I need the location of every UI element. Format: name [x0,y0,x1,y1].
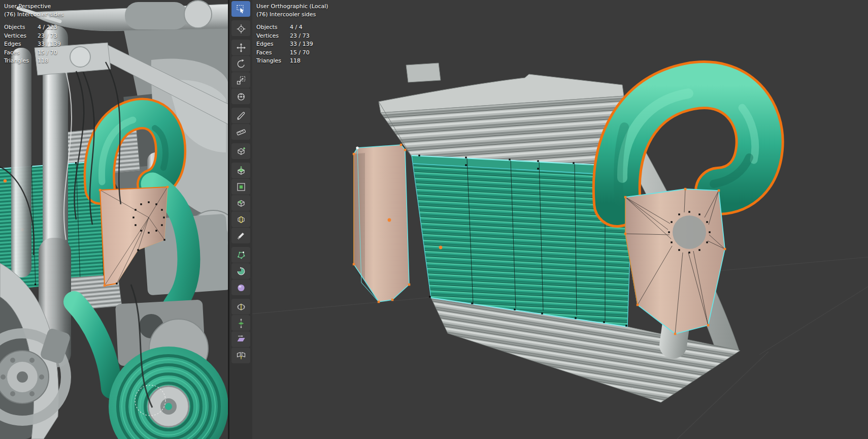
stat-label: Triangles [256,57,285,66]
stat-label: Vertices [256,32,285,41]
stat-value: 118 [38,57,61,66]
move-icon [236,43,246,53]
stats-overlay-left: Objects4 / 223 Vertices23 / 73 Edges33 /… [4,23,61,66]
viewport-header-right: User Orthographic (Local) (76) Intercool… [256,3,328,19]
transform-icon [236,91,246,102]
collection-label: (76) Intercooler sides [4,11,63,19]
shear-icon [236,334,246,344]
tool-measure[interactable] [231,124,250,140]
stat-value: 15 / 70 [38,49,61,57]
view-label: User Perspective [4,3,63,11]
select-box-icon [236,4,246,14]
scale-icon [236,75,246,85]
knife-icon [236,231,246,241]
stat-value: 15 / 70 [290,49,313,57]
stat-value: 118 [290,57,313,66]
tool-shrink-fatten[interactable] [231,315,250,331]
stat-label: Edges [256,40,285,49]
smooth-icon [236,283,246,293]
stat-value: 23 / 73 [290,32,313,41]
tool-rip-region[interactable] [231,348,250,363]
tool-edge-slide[interactable] [231,299,250,315]
annotate-icon [236,111,246,121]
cursor-icon [236,23,246,34]
rotate-icon [236,59,246,69]
tool-shear[interactable] [231,331,250,347]
viewport-header-left: User Perspective (76) Intercooler sides [4,3,63,19]
collection-label: (76) Intercooler sides [256,11,328,19]
edge-slide-icon [236,302,246,312]
spin-icon [236,266,246,276]
viewport-right[interactable] [228,0,868,439]
tool-rotate[interactable] [231,56,250,72]
inset-faces-icon [236,182,246,192]
tool-add-cube[interactable] [231,143,250,159]
stat-label: Faces [4,49,32,57]
tool-select-box[interactable] [231,1,250,17]
tool-smooth[interactable] [231,279,250,295]
stat-label: Vertices [4,32,32,41]
stat-label: Objects [256,23,285,32]
poly-build-icon [236,250,246,260]
tool-transform[interactable] [231,88,250,104]
stat-label: Edges [4,40,32,49]
tool-annotate[interactable] [231,108,250,123]
tool-spin[interactable] [231,263,250,279]
loop-cut-icon [236,214,246,225]
tool-3d-cursor[interactable] [231,20,250,36]
bevel-icon [236,198,246,208]
stat-value: 33 / 139 [290,40,313,49]
view-label: User Orthographic (Local) [256,3,328,11]
viewport-left[interactable] [0,0,228,439]
tool-loop-cut[interactable] [231,211,250,227]
right-viewport-canvas[interactable] [228,0,868,439]
shrink-fatten-icon [236,318,246,328]
tool-inset-faces[interactable] [231,179,250,195]
intercooler-side-box[interactable] [353,144,411,303]
tool-scale[interactable] [231,72,250,88]
add-cube-icon [236,146,246,156]
tool-bevel[interactable] [231,195,250,211]
stat-value: 33 / 139 [38,40,61,49]
stat-value: 23 / 73 [38,32,61,41]
active-vertex [356,146,358,149]
edit-mode-toolbar [231,1,251,364]
stats-overlay-right: Objects4 / 4 Vertices23 / 73 Edges33 / 1… [256,23,313,66]
stat-label: Objects [4,23,32,32]
stat-value: 4 / 223 [38,23,61,32]
tool-poly-build[interactable] [231,247,250,263]
rip-region-icon [236,351,246,361]
stat-label: Triangles [4,57,32,66]
tool-move[interactable] [231,40,250,55]
tool-extrude-region[interactable] [231,163,250,178]
left-viewport-canvas[interactable] [0,0,228,439]
blender-window: User Perspective (76) Intercooler sides … [0,0,868,439]
measure-icon [236,127,246,137]
tool-knife[interactable] [231,228,250,243]
stat-label: Faces [256,49,285,57]
stat-value: 4 / 4 [290,23,313,32]
extrude-icon [236,166,246,176]
